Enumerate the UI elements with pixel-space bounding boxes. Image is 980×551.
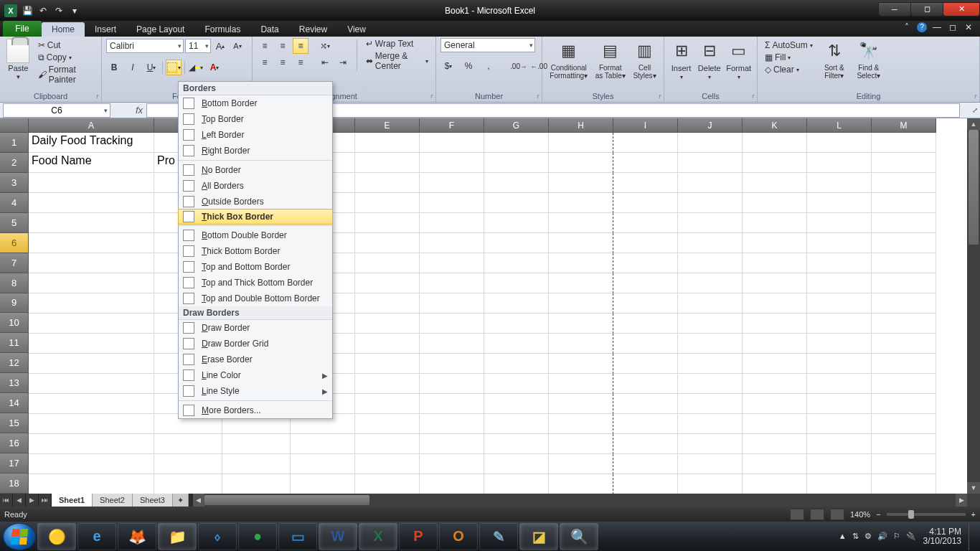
cell-F13[interactable] bbox=[420, 374, 484, 394]
fill-color-button[interactable]: ◢▾ bbox=[188, 60, 204, 75]
row-header-2[interactable]: 2 bbox=[0, 153, 29, 173]
cell-G1[interactable] bbox=[484, 133, 549, 153]
cell-E5[interactable] bbox=[355, 213, 420, 233]
sheet-tab-sheet3[interactable]: Sheet3 bbox=[133, 494, 173, 507]
cell-H14[interactable] bbox=[549, 394, 613, 414]
cell-K15[interactable] bbox=[743, 414, 807, 434]
cell-A14[interactable] bbox=[29, 394, 154, 414]
cell-M10[interactable] bbox=[872, 314, 936, 334]
cell-J5[interactable] bbox=[678, 213, 743, 233]
cell-A9[interactable] bbox=[29, 293, 154, 314]
cell-G17[interactable] bbox=[484, 454, 549, 474]
cell-J7[interactable] bbox=[678, 253, 743, 273]
delete-cells-button[interactable]: ⊟Delete▾ bbox=[697, 38, 722, 80]
cell-H10[interactable] bbox=[549, 314, 613, 334]
align-top-button[interactable]: ≡ bbox=[257, 38, 273, 54]
border-option-all-borders[interactable]: All Borders bbox=[179, 178, 332, 194]
scroll-up-icon[interactable]: ▲ bbox=[967, 118, 980, 130]
cell-I4[interactable] bbox=[613, 193, 678, 213]
cell-J4[interactable] bbox=[678, 193, 743, 213]
cell-A8[interactable] bbox=[29, 273, 154, 293]
row-header-12[interactable]: 12 bbox=[0, 353, 29, 373]
cell-I3[interactable] bbox=[613, 173, 678, 193]
cell-H16[interactable] bbox=[549, 434, 613, 454]
sheet-tab-sheet1[interactable]: Sheet1 bbox=[52, 494, 93, 507]
zoom-slider[interactable] bbox=[887, 513, 966, 516]
cell-H12[interactable] bbox=[549, 354, 613, 374]
tray-icon-4[interactable]: ⚐ bbox=[893, 532, 900, 541]
cell-K11[interactable] bbox=[743, 334, 807, 354]
cell-I15[interactable] bbox=[613, 414, 678, 434]
cell-F14[interactable] bbox=[420, 394, 484, 414]
cell-L7[interactable] bbox=[807, 253, 872, 273]
cell-A5[interactable] bbox=[29, 213, 154, 233]
taskbar-outlook[interactable]: O bbox=[439, 523, 478, 550]
cell-F18[interactable] bbox=[420, 474, 484, 494]
cell-G8[interactable] bbox=[484, 273, 549, 293]
percent-button[interactable]: % bbox=[461, 58, 476, 74]
start-button[interactable] bbox=[3, 523, 36, 550]
taskbar-wmc[interactable]: ● bbox=[238, 523, 277, 550]
page-break-view-button[interactable] bbox=[830, 509, 844, 520]
show-desktop-button[interactable] bbox=[969, 523, 974, 550]
border-option-no-border[interactable]: No Border bbox=[179, 162, 332, 178]
cell-M4[interactable] bbox=[872, 193, 936, 213]
font-name-combo[interactable]: Calibri bbox=[106, 39, 184, 53]
borders-button[interactable]: ▾ bbox=[166, 60, 182, 75]
cell-F9[interactable] bbox=[420, 293, 484, 314]
cell-I13[interactable] bbox=[613, 374, 678, 394]
cell-M3[interactable] bbox=[872, 173, 936, 193]
cell-M8[interactable] bbox=[872, 273, 936, 293]
close-button[interactable]: ✕ bbox=[943, 2, 980, 17]
cell-L17[interactable] bbox=[807, 454, 872, 474]
cell-D16[interactable] bbox=[291, 434, 355, 454]
new-sheet-button[interactable]: ✦ bbox=[173, 494, 189, 507]
taskbar-explorer[interactable]: 📁 bbox=[158, 523, 197, 550]
sheet-tab-sheet2[interactable]: Sheet2 bbox=[93, 494, 133, 507]
cell-A4[interactable] bbox=[29, 193, 154, 213]
cell-K1[interactable] bbox=[743, 133, 807, 153]
cell-M9[interactable] bbox=[872, 293, 936, 314]
cell-A17[interactable] bbox=[29, 454, 154, 474]
border-option-thick-box-border[interactable]: Thick Box Border bbox=[178, 209, 333, 225]
tab-insert[interactable]: Insert bbox=[85, 22, 126, 37]
border-option-more-borders[interactable]: More Borders... bbox=[179, 402, 332, 418]
cell-F2[interactable] bbox=[420, 153, 484, 173]
sort-filter-button[interactable]: ⇅Sort &Filter▾ bbox=[819, 38, 850, 80]
tray-icon-2[interactable]: ⚙ bbox=[864, 532, 872, 541]
taskbar-word[interactable]: W bbox=[319, 523, 357, 550]
cell-M5[interactable] bbox=[872, 213, 936, 233]
cell-H5[interactable] bbox=[549, 213, 613, 233]
cell-M16[interactable] bbox=[872, 434, 936, 454]
col-header-G[interactable]: G bbox=[484, 118, 549, 133]
hscroll-thumb[interactable] bbox=[204, 495, 369, 505]
cell-G18[interactable] bbox=[484, 474, 549, 494]
row-header-13[interactable]: 13 bbox=[0, 373, 29, 393]
grow-font-button[interactable]: A▴ bbox=[212, 38, 228, 54]
cell-L11[interactable] bbox=[807, 334, 872, 354]
cell-L2[interactable] bbox=[807, 153, 872, 173]
cell-J6[interactable] bbox=[678, 233, 743, 253]
cell-C17[interactable] bbox=[222, 454, 291, 474]
cell-F8[interactable] bbox=[420, 273, 484, 293]
border-option-top-and-bottom-border[interactable]: Top and Bottom Border bbox=[179, 259, 332, 275]
tray-icon-5[interactable]: 🔌 bbox=[906, 532, 916, 541]
border-option-draw-border-grid[interactable]: Draw Border Grid bbox=[179, 336, 332, 352]
vscroll-thumb[interactable] bbox=[969, 130, 979, 245]
cell-E17[interactable] bbox=[355, 454, 420, 474]
tray-icon-1[interactable]: ⇅ bbox=[852, 532, 859, 541]
cell-E13[interactable] bbox=[355, 374, 420, 394]
cell-F10[interactable] bbox=[420, 314, 484, 334]
align-bottom-button[interactable]: ≡ bbox=[293, 38, 308, 54]
cell-H6[interactable] bbox=[549, 233, 613, 253]
cell-G6[interactable] bbox=[484, 233, 549, 253]
cell-E18[interactable] bbox=[355, 474, 420, 494]
cell-J15[interactable] bbox=[678, 414, 743, 434]
cell-F12[interactable] bbox=[420, 354, 484, 374]
row-header-14[interactable]: 14 bbox=[0, 393, 29, 413]
cell-G11[interactable] bbox=[484, 334, 549, 354]
comma-button[interactable]: , bbox=[481, 58, 496, 74]
decrease-indent-button[interactable]: ⇤ bbox=[317, 55, 333, 70]
taskbar-sticky[interactable]: ◪ bbox=[519, 523, 558, 550]
cell-I6[interactable] bbox=[613, 233, 678, 253]
